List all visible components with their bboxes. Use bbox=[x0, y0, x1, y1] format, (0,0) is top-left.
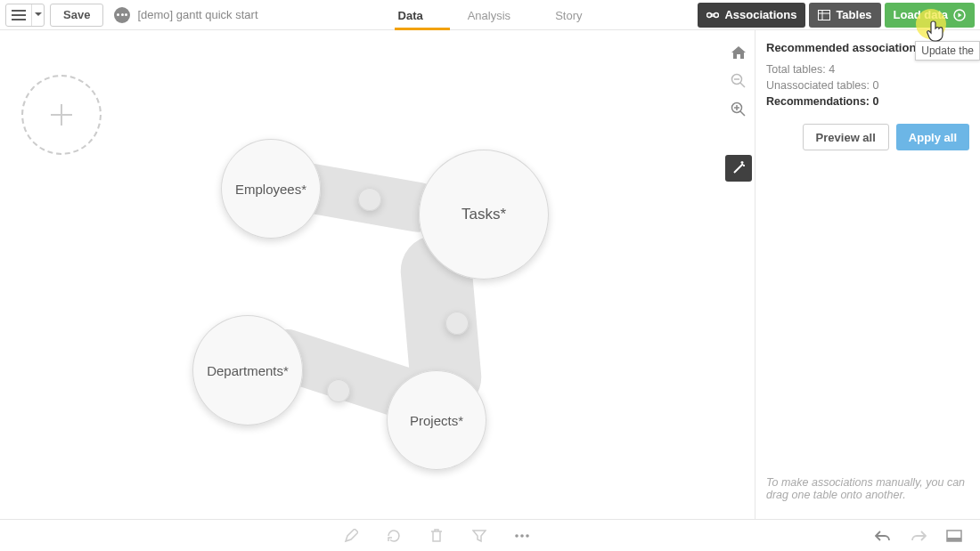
hamburger-icon bbox=[6, 4, 31, 26]
canvas-tools bbox=[723, 30, 755, 519]
tab-data[interactable]: Data bbox=[398, 0, 423, 30]
join-node[interactable] bbox=[327, 379, 350, 402]
app-icon bbox=[114, 7, 130, 23]
svg-point-1 bbox=[715, 12, 719, 17]
associations-button[interactable]: Associations bbox=[698, 3, 805, 28]
svg-point-8 bbox=[526, 534, 529, 538]
play-circle-icon bbox=[953, 9, 966, 21]
home-icon[interactable] bbox=[729, 43, 748, 62]
refresh-icon[interactable] bbox=[384, 526, 404, 546]
table-bubble-employees[interactable]: Employees* bbox=[221, 139, 321, 239]
tables-label: Tables bbox=[836, 8, 871, 21]
more-icon[interactable] bbox=[512, 526, 532, 546]
tables-button[interactable]: Tables bbox=[809, 3, 880, 28]
recommendations-panel: ✕ Recommended associations Total tables:… bbox=[755, 30, 980, 519]
associations-icon bbox=[706, 9, 719, 21]
app-name-text: [demo] gantt quick start bbox=[137, 8, 257, 21]
table-bubble-tasks[interactable]: Tasks* bbox=[419, 150, 549, 280]
svg-rect-10 bbox=[947, 538, 961, 541]
total-tables-line: Total tables: 4 bbox=[766, 63, 969, 76]
recommendations-line: Recommendations: 0 bbox=[766, 95, 969, 108]
tables-icon bbox=[818, 10, 830, 20]
filter-icon[interactable] bbox=[470, 526, 489, 546]
join-node[interactable] bbox=[358, 188, 381, 211]
associations-label: Associations bbox=[724, 8, 796, 21]
tab-story[interactable]: Story bbox=[555, 0, 582, 30]
unassociated-tables-line: Unassociated tables: 0 bbox=[766, 79, 969, 92]
table-bubble-departments[interactable]: Departments* bbox=[192, 315, 303, 425]
join-node[interactable] bbox=[445, 312, 469, 335]
svg-point-0 bbox=[707, 12, 712, 17]
cursor-highlight bbox=[916, 9, 946, 39]
tab-analysis[interactable]: Analysis bbox=[468, 0, 510, 30]
svg-point-6 bbox=[515, 534, 519, 538]
panel-toggle-icon[interactable] bbox=[944, 526, 964, 546]
association-canvas[interactable]: Employees* Tasks* Departments* Projects* bbox=[0, 30, 723, 519]
svg-rect-2 bbox=[819, 10, 830, 20]
chevron-down-icon bbox=[31, 4, 44, 26]
save-button[interactable]: Save bbox=[50, 4, 103, 27]
svg-point-7 bbox=[520, 534, 524, 538]
zoom-out-icon[interactable] bbox=[729, 71, 748, 91]
load-data-tooltip: Update the bbox=[915, 41, 980, 61]
zoom-in-icon[interactable] bbox=[729, 100, 748, 119]
undo-icon[interactable] bbox=[873, 526, 893, 546]
bottom-bar bbox=[0, 519, 980, 551]
preview-all-button[interactable]: Preview all bbox=[803, 124, 889, 150]
magic-wand-icon[interactable] bbox=[725, 155, 752, 182]
app-name-label: [demo] gantt quick start bbox=[114, 7, 257, 23]
delete-icon[interactable] bbox=[427, 526, 446, 546]
panel-hint: To make associations manually, you can d… bbox=[766, 476, 969, 501]
top-bar: Save [demo] gantt quick start Data Analy… bbox=[0, 0, 980, 30]
edit-icon[interactable] bbox=[341, 526, 361, 546]
redo-icon[interactable] bbox=[909, 526, 928, 546]
apply-all-button[interactable]: Apply all bbox=[896, 124, 969, 150]
table-bubble-projects[interactable]: Projects* bbox=[387, 370, 486, 470]
add-table-bubble[interactable] bbox=[21, 75, 102, 155]
menu-dropdown[interactable] bbox=[5, 4, 45, 27]
